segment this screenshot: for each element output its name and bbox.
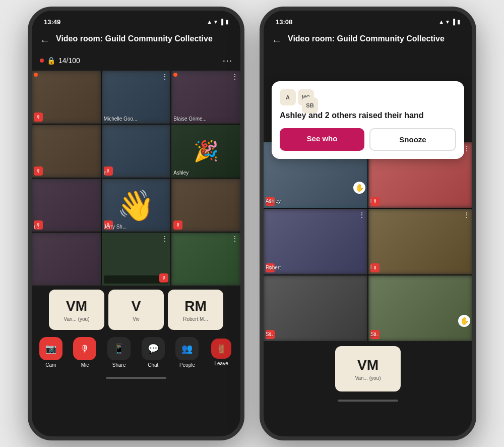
- wave-emoji: 👋: [117, 187, 155, 223]
- people-label: People: [179, 362, 195, 368]
- self-view-area: VM Van... (you) V Viv RM Robert M...: [32, 286, 240, 333]
- leave-icon: 🚪: [216, 344, 226, 354]
- video-cell-p3: ⋮ Blaise Grime...: [171, 71, 240, 124]
- notif-avatar-sb: SB: [302, 97, 318, 114]
- home-bar-2: [338, 400, 398, 402]
- mute-badge-g2: 🎙: [370, 197, 380, 206]
- room-count: 🔒 14/100: [40, 57, 80, 65]
- people-icon-btn[interactable]: 👥: [175, 337, 199, 360]
- chat-button[interactable]: 💬 Chat: [139, 337, 167, 368]
- back-button-2[interactable]: ←: [272, 35, 282, 46]
- raised-hand-g1: ✋: [353, 182, 365, 194]
- video-cell-p7: 🎙 r...: [32, 179, 101, 232]
- cam-icon: 📷: [45, 343, 56, 354]
- mic-label: Mic: [81, 362, 89, 368]
- cell-name-p5: n: [104, 170, 107, 176]
- video-cell-p11: ⋮ 🎙: [102, 233, 171, 286]
- video-cell-g4: ⋮ 🎙 l: [368, 209, 472, 274]
- cell-name-g4: l: [370, 265, 371, 270]
- home-bar-1: [106, 377, 166, 379]
- back-button-1[interactable]: ←: [40, 35, 50, 46]
- cam-label: Cam: [45, 362, 56, 368]
- cell-name-g1: Ashley: [266, 198, 281, 204]
- cell-menu-g2[interactable]: ⋮: [463, 144, 470, 152]
- header-1: ← Video room: Guild Community Collective: [32, 30, 240, 51]
- self-tile-rm: RM Robert M...: [168, 290, 223, 330]
- self-tile-vm: VM Van... (you): [49, 290, 104, 330]
- notif-avatars: A MG SB: [280, 89, 456, 105]
- cam-icon-btn[interactable]: 📷: [39, 337, 62, 360]
- snooze-button[interactable]: Snooze: [369, 128, 456, 151]
- signal2-icon: ▲: [438, 19, 444, 25]
- video-cell-g3: ⋮ 🎙 Robert: [264, 209, 367, 274]
- phone-2: 13:08 ▲ ▾ ▐ ▮ ← Video room: Guild Commun…: [260, 7, 476, 440]
- status-icons-1: ▲ ▾ ▐ ▮: [207, 19, 228, 25]
- mute-badge-p4: 🎙: [34, 166, 43, 176]
- video-cell-p2: ⋮ Michelle Goo...: [102, 71, 171, 124]
- video-cell-p5: 🎙 n: [102, 125, 171, 178]
- video-cell-p10: [32, 233, 101, 286]
- video-thumb-p12: [171, 233, 240, 286]
- wifi-icon: ▾: [214, 19, 217, 25]
- live-dot: [40, 59, 44, 63]
- mute-badge-p9: 🎙: [173, 220, 182, 230]
- self-tile-v-initials: V: [132, 298, 141, 314]
- toolbar-1: 📷 Cam 🎙 Mic 📱 Share 💬 Chat 👥 P: [32, 333, 240, 374]
- cell-menu-p2[interactable]: ⋮: [161, 73, 168, 81]
- video-cell-p1: 🎙: [32, 71, 101, 124]
- self-view-area-2: VM Van... (you): [264, 341, 472, 397]
- cell-menu-g3[interactable]: ⋮: [358, 211, 365, 219]
- self-tile-vm-2: VM Van... (you): [335, 346, 401, 392]
- chat-icon-btn[interactable]: 💬: [142, 337, 165, 360]
- mic-icon-btn[interactable]: 🎙: [73, 337, 96, 360]
- self-tile-rm-initials: RM: [184, 298, 207, 314]
- room-info-bar: 🔒 14/100 ⋯: [32, 51, 240, 71]
- video-cell-p6: 🎉 Ashley: [171, 125, 240, 178]
- leave-button[interactable]: 🚪 Leave: [208, 339, 235, 366]
- leave-label: Leave: [214, 361, 228, 366]
- mute-badge-p11: 🎙: [159, 273, 168, 283]
- video-thumb-p10: [32, 233, 101, 286]
- mute-badge-p1: 🎙: [34, 113, 43, 122]
- video-cell-p9: 🎙: [171, 179, 240, 232]
- video-grid-1: 🎙 ⋮ Michelle Goo... ⋮ Blaise Grime... 🎙 …: [32, 71, 240, 286]
- cell-name-p2: Michelle Goo...: [104, 116, 138, 122]
- cell-name-p8: Jerry Sh...: [104, 224, 127, 230]
- self-tile-vm-initials: VM: [66, 298, 87, 314]
- mic-button[interactable]: 🎙 Mic: [71, 337, 99, 368]
- cell-menu-p11[interactable]: ⋮: [161, 235, 168, 243]
- avatar-a-label: A: [286, 94, 290, 100]
- see-who-button[interactable]: See who: [280, 128, 364, 151]
- share-button[interactable]: 📱 Share: [105, 337, 133, 368]
- notch-1: [103, 11, 169, 26]
- cell-name-g2: l: [370, 198, 371, 204]
- share-icon-btn[interactable]: 📱: [107, 337, 131, 360]
- self-tile-v: V Viv: [108, 290, 164, 330]
- lock-icon: 🔒: [47, 57, 55, 65]
- raised-hand-g6: ✋: [458, 315, 470, 327]
- people-button[interactable]: 👥 People: [173, 337, 201, 368]
- notif-buttons: See who Snooze: [280, 128, 456, 151]
- more-options-button[interactable]: ⋯: [222, 54, 232, 67]
- notif-avatar-a: A: [280, 89, 296, 105]
- cell-name-g6: S...: [370, 331, 378, 337]
- video-cell-g6: 🎙 S... ✋: [368, 275, 472, 341]
- self-tile-vm-name: Van... (you): [64, 316, 90, 322]
- share-icon: 📱: [113, 343, 124, 354]
- orange-dot-p1: [34, 73, 38, 77]
- cam-button[interactable]: 📷 Cam: [37, 337, 65, 368]
- participant-count: 14/100: [58, 57, 80, 65]
- cell-name-p7: r...: [34, 224, 39, 230]
- cell-menu-g4[interactable]: ⋮: [463, 211, 470, 219]
- battery2-icon: ▮: [457, 19, 460, 25]
- cell-menu-p3[interactable]: ⋮: [231, 73, 238, 81]
- video-cell-p8: 👋 🎙 Jerry Sh...: [102, 179, 171, 232]
- cell-name-g3: Robert: [266, 265, 281, 270]
- cell-name-g5: S...: [266, 331, 273, 337]
- leave-icon-btn[interactable]: 🚪: [211, 339, 231, 359]
- notification-popup: A MG SB Ashley and 2 others raised their…: [272, 81, 464, 159]
- cell-name-p6: Ashley: [173, 170, 188, 176]
- cell-menu-p12[interactable]: ⋮: [231, 235, 238, 243]
- mic-icon: 🎙: [80, 344, 89, 354]
- time-1: 13:49: [44, 18, 60, 26]
